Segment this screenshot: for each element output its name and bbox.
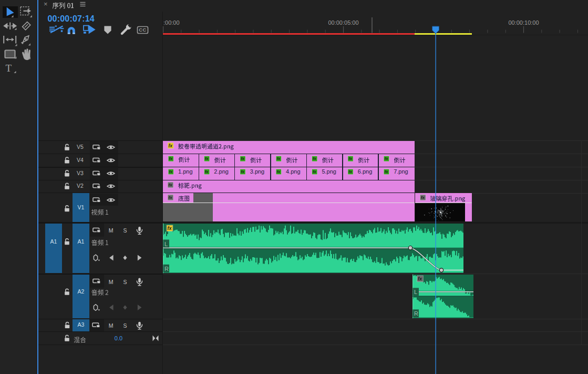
svg-text:fx: fx xyxy=(313,169,316,174)
svg-text:fx: fx xyxy=(385,169,388,174)
svg-text:R: R xyxy=(414,310,418,317)
svg-text:fx: fx xyxy=(277,156,281,161)
svg-text:fx: fx xyxy=(169,143,173,148)
svg-text:fx: fx xyxy=(348,156,352,161)
svg-text:fx: fx xyxy=(169,183,173,187)
svg-text:fx: fx xyxy=(169,156,173,161)
svg-text:fx: fx xyxy=(205,169,209,174)
svg-text:fx: fx xyxy=(241,169,244,174)
svg-text:L: L xyxy=(164,241,168,247)
svg-text:fx: fx xyxy=(348,169,352,174)
svg-text:fx: fx xyxy=(418,276,422,281)
svg-text:fx: fx xyxy=(205,156,209,161)
svg-text:fx: fx xyxy=(241,156,244,161)
svg-text:fx: fx xyxy=(313,156,316,161)
svg-text:fx: fx xyxy=(385,156,388,161)
svg-text:fx: fx xyxy=(421,195,425,200)
svg-text:fx: fx xyxy=(277,169,281,174)
svg-text:fx: fx xyxy=(169,169,173,174)
svg-text:L: L xyxy=(414,289,417,295)
svg-text:R: R xyxy=(164,266,169,272)
svg-text:fx: fx xyxy=(168,226,172,231)
svg-text:fx: fx xyxy=(169,195,173,200)
